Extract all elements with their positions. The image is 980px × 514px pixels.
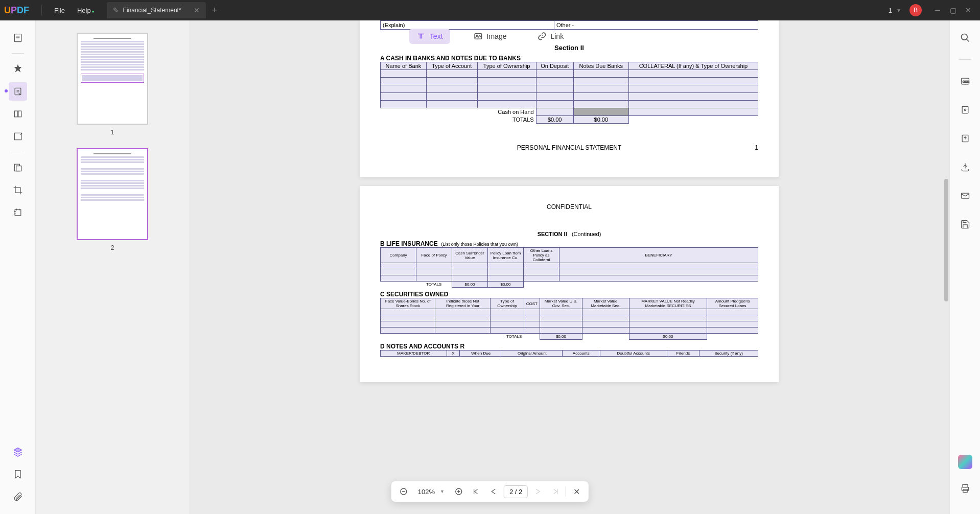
text-icon: [416, 32, 426, 41]
zoom-level-select[interactable]: 102%▼: [414, 486, 449, 498]
svg-rect-10: [16, 166, 21, 171]
bookmark-tool[interactable]: [9, 465, 27, 483]
other-cell: Other -: [554, 21, 758, 29]
layers-tool[interactable]: [9, 442, 27, 461]
link-tool-button[interactable]: Link: [530, 29, 571, 44]
first-page-button[interactable]: [469, 484, 483, 499]
close-window-button[interactable]: ✕: [961, 6, 976, 14]
sec-c-title: C SECURITIES OWNED: [380, 291, 758, 298]
thumbnail-page-1[interactable]: [77, 33, 148, 125]
app-logo[interactable]: UPDF: [4, 5, 29, 16]
organize-tool[interactable]: [9, 105, 27, 123]
life-insurance-table: Company Face of Policy Cash Surrender Va…: [380, 247, 758, 288]
last-page-button[interactable]: [548, 484, 563, 499]
scrollbar[interactable]: [944, 179, 948, 301]
zoom-nav-toolbar: 102%▼ 2 / 2 ✕: [391, 481, 589, 502]
thumbnail-2-label: 2: [111, 244, 114, 251]
notes-accounts-table: MAKER/DEBTOR X When Due Original Amount …: [380, 350, 758, 357]
share-button[interactable]: [956, 158, 974, 176]
image-icon: [474, 32, 483, 41]
minimize-button[interactable]: ─: [930, 6, 945, 14]
pfs-header: PERSONAL FINANCIAL STATEMENT: [517, 144, 622, 151]
redact-tool[interactable]: [9, 158, 27, 177]
title-page-indicator[interactable]: 1: [889, 7, 892, 14]
zoom-in-button[interactable]: [452, 484, 466, 499]
user-avatar[interactable]: B: [909, 4, 922, 16]
page-number-1: 1: [755, 144, 758, 151]
svg-rect-11: [15, 209, 21, 216]
add-tab-button[interactable]: +: [212, 5, 218, 16]
tab-filename: Financial_Statement*: [123, 7, 181, 14]
ocr-button[interactable]: OCR: [956, 72, 974, 90]
close-tab-icon[interactable]: ✕: [194, 6, 200, 14]
prev-page-button[interactable]: [486, 484, 501, 499]
zoom-out-button[interactable]: [396, 484, 411, 499]
crop-tool[interactable]: [9, 181, 27, 199]
ai-assistant-button[interactable]: [958, 455, 972, 469]
svg-point-17: [964, 109, 966, 110]
protect-button[interactable]: [956, 101, 974, 119]
document-viewport[interactable]: (Explain) Other - Section II A CASH IN B…: [189, 20, 949, 514]
print-button[interactable]: [956, 479, 974, 498]
svg-rect-19: [961, 193, 969, 198]
attachment-tool[interactable]: [9, 487, 27, 506]
svg-rect-7: [18, 111, 21, 117]
securities-table: Face Value-Bonds No. of Shares Stock Ind…: [380, 298, 758, 340]
search-button[interactable]: [956, 29, 974, 47]
email-button[interactable]: [956, 186, 974, 205]
menu-help[interactable]: Help●: [71, 7, 101, 14]
edit-tool[interactable]: [9, 82, 27, 101]
reader-tool[interactable]: [9, 29, 27, 47]
svg-rect-8: [14, 133, 21, 139]
document-tab[interactable]: ✎ Financial_Statement* ✕: [107, 2, 206, 18]
batch-tool[interactable]: [9, 203, 27, 222]
export-button[interactable]: [956, 129, 974, 148]
svg-line-13: [966, 39, 969, 42]
menu-file[interactable]: File: [48, 7, 71, 14]
edit-icon: ✎: [113, 6, 119, 14]
svg-rect-5: [15, 88, 21, 95]
confidential-label: CONFIDENTIAL: [380, 203, 758, 211]
thumbnails-panel: 1 2: [36, 20, 189, 514]
link-icon: [537, 32, 546, 41]
comment-tool[interactable]: [9, 60, 27, 78]
sec-d-title: D NOTES AND ACCOUNTS R: [380, 343, 758, 350]
svg-point-12: [961, 34, 967, 40]
svg-rect-6: [14, 111, 17, 117]
form-tool[interactable]: [9, 127, 27, 146]
sec-b-title: B LIFE INSURANCE (List only those Polici…: [380, 240, 758, 247]
thumbnail-1-label: 1: [111, 129, 114, 136]
chevron-down-icon[interactable]: ▼: [896, 8, 901, 13]
svg-rect-20: [963, 485, 968, 487]
thumbnail-page-2[interactable]: [77, 148, 148, 240]
close-toolbar-button[interactable]: ✕: [569, 484, 584, 499]
text-tool-button[interactable]: Text: [409, 29, 450, 44]
svg-rect-16: [962, 106, 968, 113]
image-tool-button[interactable]: Image: [466, 29, 514, 44]
sec-a-title: A CASH IN BANKS AND NOTES DUE TO BANKS: [380, 55, 758, 62]
save-button[interactable]: [956, 215, 974, 233]
page-input[interactable]: 2 / 2: [504, 485, 528, 498]
svg-text:OCR: OCR: [963, 80, 969, 83]
maximize-button[interactable]: ▢: [945, 6, 961, 14]
cash-in-banks-table: Name of Bank Type of Account Type of Own…: [380, 62, 758, 124]
next-page-button[interactable]: [531, 484, 545, 499]
